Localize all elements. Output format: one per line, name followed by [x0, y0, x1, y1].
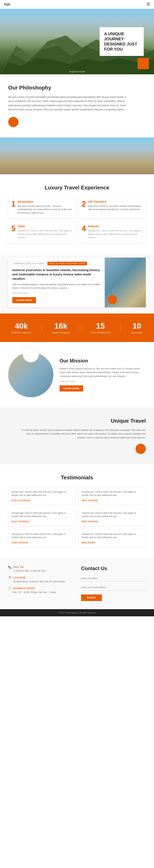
philosophy-orange-circle	[8, 117, 19, 127]
testimonials-section: Testimonials Sample text. Click to selec…	[0, 464, 154, 557]
stat-label-cases: Cases Completed	[52, 331, 70, 334]
stat-label-years: Years of Experience	[91, 331, 110, 334]
contact-email-input[interactable]	[81, 584, 146, 590]
testimonial-item-4: Sample text. Click to select the text bo…	[8, 529, 76, 547]
hero-image-credit: Image from Freepik	[69, 71, 85, 73]
stat-label-satisfied: Satisfied Customers	[11, 331, 31, 334]
testimonial-item-5: Sample text. Click to select the text bo…	[79, 529, 146, 547]
card-number-2: 2	[82, 200, 86, 208]
luxury-section: Luxury Travel Experience 1 Destination W…	[0, 174, 154, 253]
contact-bottom-section: 📞 CALL US +1 (234) 567 890, +1 (234) 987…	[0, 557, 154, 609]
stat-divider-1	[42, 323, 42, 332]
testimonial-text-5: Sample text. Click to select the text bo…	[82, 532, 143, 539]
philosophy-text: We are a team of tourist specialists pas…	[8, 95, 131, 112]
card-title-execute: Execute	[88, 225, 143, 228]
philosophy-section: Our Philoshophy We are a team of tourist…	[0, 74, 154, 137]
testimonial-name-2: ELSA JOHNSON	[11, 521, 72, 523]
testimonial-name-1: PAUL HUDSON	[82, 499, 143, 502]
testimonial-item-0: Sample text. Click to select the text bo…	[8, 487, 76, 505]
personalized-title: Immerse yourselves in beautiful islands,…	[12, 268, 101, 281]
stat-satisfied: 40k Satisfied Customers	[11, 322, 31, 334]
card-number-4: 4	[82, 225, 86, 232]
contact-form-title: Contact Us	[81, 565, 146, 571]
card-sample-villas: Sample text. Click to select the text bo…	[18, 229, 72, 239]
card-sample-execute: Sample text. Click to select the text bo…	[88, 229, 143, 239]
stat-number-years: 15	[91, 322, 110, 331]
testimonial-name-3: PAUL HUDSON	[82, 521, 143, 523]
testimonial-name-0: STELLA CARSON	[11, 499, 72, 502]
hours-detail: Mon - Fri ... 10:00 - 8:00pm, Sat, Sun .…	[8, 591, 73, 594]
contact-location-item: 📍 LOCATION 321 Block Street, 2fl Avenue,…	[8, 576, 73, 583]
call-detail: +1 (234) 567 890, +1 (234) 987 654	[8, 569, 73, 572]
mission-image-wrapper	[8, 352, 53, 397]
testimonial-text-0: Sample text. Click to select the text bo…	[11, 490, 72, 497]
location-icon: 📍	[8, 576, 11, 579]
personalized-question[interactable]: WHAT IS YOUR VACATIONS TYPE?	[47, 262, 87, 266]
luxury-title: Luxury Travel Experience	[8, 185, 146, 191]
call-label: CALL US	[13, 566, 24, 568]
contact-hours-item: 🕐 BUSINESS HOURS Mon - Fri ... 10:00 - 8…	[8, 587, 73, 594]
card-villas: 5 Villas Sample text. Click to select th…	[8, 222, 76, 243]
mission-text: Habitant morbi tristique senectus et. Ne…	[59, 367, 146, 378]
card-title-destination: Destination	[18, 200, 72, 203]
mission-learn-more-button[interactable]: LEARN MORE	[59, 385, 83, 392]
hero-content-box: A UNIQUE JOURNEY DESIGNED JUST FOR YOU	[100, 27, 144, 56]
hours-label: BUSINESS HOURS	[13, 587, 35, 590]
testimonial-name-5: MIKE PERRY	[82, 541, 143, 544]
stat-years: 15 Years of Experience	[91, 322, 110, 334]
stat-cases: 16k Cases Completed	[52, 322, 70, 334]
card-vip: 2 VIP Transfers Enjoy the comfort of our…	[79, 197, 146, 219]
testimonial-name-4: CASH HUDSON	[11, 541, 72, 544]
contact-info: 📞 CALL US +1 (234) 567 890, +1 (234) 987…	[8, 565, 73, 601]
testimonial-text-2: Sample text. Click to select the text bo…	[11, 511, 72, 518]
testimonial-text-3: Sample text. Click to select the text bo…	[82, 511, 143, 518]
hero-title: A UNIQUE JOURNEY DESIGNED JUST FOR YOU	[104, 31, 139, 52]
location-label: LOCATION	[13, 577, 26, 579]
testimonials-title: Testimonials	[8, 474, 146, 481]
contact-submit-button[interactable]: SUBMIT	[81, 594, 102, 601]
stat-divider-2	[80, 323, 80, 332]
testimonial-item-2: Sample text. Click to select the text bo…	[8, 508, 76, 526]
personalized-credit: image from Freepik	[12, 292, 101, 294]
card-title-villas: Villas	[18, 225, 72, 228]
stat-number-cases: 16k	[52, 322, 70, 331]
hamburger-icon[interactable]: ☰	[147, 2, 150, 6]
personalized-section: PERSONALIZED VACATIONS WHAT IS YOUR VACA…	[0, 253, 154, 313]
testimonial-text-4: Sample text. Click to select the text bo…	[11, 532, 72, 539]
location-detail: 321 Block Street, 2fl Avenue, New York, …	[8, 580, 73, 583]
contact-name-input[interactable]	[81, 576, 146, 581]
card-text-destination: We want to know where and why - because …	[18, 204, 72, 215]
testimonial-item-1: Sample text. Click to select the text bo…	[79, 487, 146, 505]
personalized-image	[105, 257, 146, 307]
personalized-content: PERSONALIZED VACATIONS WHAT IS YOUR VACA…	[8, 257, 105, 307]
learn-more-button[interactable]: LEARN MORE	[12, 297, 36, 303]
unique-section: Unique Travel Ut enim ad minim veniam, q…	[0, 407, 154, 464]
stat-awards: 10 Our Awards	[131, 322, 143, 334]
mission-white-top-circle	[23, 346, 39, 363]
personalized-card: PERSONALIZED VACATIONS WHAT IS YOUR VACA…	[8, 257, 146, 307]
luxury-cards-grid: 1 Destination We want to know where and …	[8, 197, 146, 243]
hero-orange-decoration	[137, 58, 149, 69]
card-number-1: 1	[11, 200, 16, 208]
personalized-image-circle	[108, 295, 117, 304]
personalized-text: With its beautiful beaches, charming isl…	[12, 283, 101, 290]
mission-content: Our Mission Habitant morbi tristique sen…	[59, 358, 146, 392]
navigation: logo ☰	[0, 0, 154, 9]
unique-orange-circle	[135, 444, 146, 454]
hero-section: A UNIQUE JOURNEY DESIGNED JUST FOR YOU I…	[0, 9, 154, 74]
stat-label-awards: Our Awards	[131, 331, 143, 334]
mission-title: Our Mission	[59, 358, 146, 364]
unique-text: Ut enim ad minim veniam, quis nostrud ex…	[19, 428, 146, 440]
card-number-5: 5	[11, 225, 16, 232]
card-destination: 1 Destination We want to know where and …	[8, 197, 76, 219]
landscape-divider	[0, 137, 154, 174]
contact-form: Contact Us SUBMIT	[81, 565, 146, 601]
card-text-vip: Enjoy the comfort of our luxury vehicles…	[88, 204, 143, 211]
personalized-tag: PERSONALIZED VACATIONS	[12, 262, 46, 266]
mission-section: Our Mission Habitant morbi tristique sen…	[0, 342, 154, 407]
unique-title: Unique Travel	[8, 418, 146, 424]
contact-call-item: 📞 CALL US +1 (234) 567 890, +1 (234) 987…	[8, 565, 73, 572]
stat-number-satisfied: 40k	[11, 322, 31, 331]
stat-number-awards: 10	[131, 322, 143, 331]
testimonials-grid: Sample text. Click to select the text bo…	[8, 487, 146, 547]
